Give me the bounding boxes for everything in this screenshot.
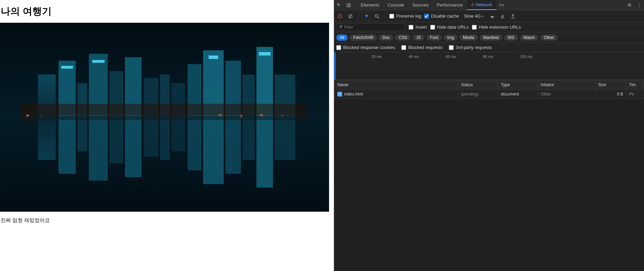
timeline-overview[interactable]: 20 ms40 ms60 ms80 ms100 ms xyxy=(334,52,644,80)
clear-icon[interactable] xyxy=(347,12,354,20)
pill-css[interactable]: CSS xyxy=(395,34,411,41)
blocked-requests-checkbox[interactable]: Blocked requests xyxy=(401,45,443,50)
svg-point-50 xyxy=(492,17,493,18)
request-name: index.html xyxy=(344,92,363,97)
svg-line-47 xyxy=(349,15,352,18)
svg-rect-29 xyxy=(77,115,87,151)
filter-input[interactable] xyxy=(344,25,405,30)
network-request-grid[interactable]: NameStatusTypeInitiatorSizeTim ≡index.ht… xyxy=(334,80,644,271)
svg-rect-33 xyxy=(144,115,158,157)
blocked-cookies-checkbox[interactable]: Blocked response cookies xyxy=(336,45,395,50)
svg-rect-28 xyxy=(59,115,76,174)
pill-all[interactable]: All xyxy=(336,34,348,41)
funnel-icon: ⧩ xyxy=(337,24,344,30)
svg-rect-41 xyxy=(275,115,295,160)
tab-console[interactable]: Console xyxy=(383,0,408,10)
preserve-log-checkbox[interactable]: Preserve log xyxy=(389,13,421,19)
settings-icon[interactable]: ⚙ xyxy=(625,2,634,8)
filter-field[interactable]: ⧩ xyxy=(336,23,405,31)
pill-ws[interactable]: WS xyxy=(504,34,518,41)
col-type[interactable]: Type xyxy=(498,80,538,90)
svg-rect-31 xyxy=(109,115,123,163)
timeline-tick: 20 ms xyxy=(371,54,382,59)
search-icon[interactable] xyxy=(373,12,381,20)
tab-performance[interactable]: Performance xyxy=(433,0,467,10)
pill-wasm[interactable]: Wasm xyxy=(520,34,539,41)
network-toolbar: ▼ Preserve log Disable cache Slow 4G xyxy=(334,10,644,22)
pill-manifest[interactable]: Manifest xyxy=(480,34,502,41)
pill-font[interactable]: Font xyxy=(426,34,442,41)
col-status[interactable]: Status xyxy=(458,80,498,90)
throttling-select[interactable]: Slow 4G xyxy=(462,13,486,19)
pill-media[interactable]: Media xyxy=(460,34,478,41)
filter-icon[interactable]: ▼ xyxy=(363,12,370,20)
hide-ext-urls-checkbox[interactable]: Hide extension URLs xyxy=(472,24,521,30)
svg-rect-43 xyxy=(347,3,349,7)
third-party-checkbox[interactable]: 3rd-party requests xyxy=(449,45,492,50)
pill-fetchxhr[interactable]: Fetch/XHR xyxy=(350,34,377,41)
preserve-log-label: Preserve log xyxy=(396,13,421,19)
request-status: (pending) xyxy=(458,90,498,99)
timeline-tick: 40 ms xyxy=(409,54,419,59)
svg-point-45 xyxy=(338,14,342,18)
invert-checkbox[interactable]: Invert xyxy=(409,24,427,30)
pill-other[interactable]: Other xyxy=(540,34,558,41)
request-size: 0 B xyxy=(595,90,626,99)
network-conditions-icon[interactable] xyxy=(488,12,496,20)
svg-rect-37 xyxy=(203,115,224,184)
third-party-label: 3rd-party requests xyxy=(456,45,492,50)
request-time: Pe xyxy=(626,90,644,99)
svg-rect-26 xyxy=(92,60,105,63)
timeline-tick: 80 ms xyxy=(483,54,493,59)
tab-network[interactable]: Network xyxy=(467,0,496,10)
tab-elements[interactable]: Elements xyxy=(357,0,383,10)
svg-rect-24 xyxy=(259,52,271,56)
page-caption: 진짜 엄청 재밌었어요 xyxy=(0,212,334,224)
resource-type-pills: AllFetch/XHRDocCSSJSFontImgMediaManifest… xyxy=(334,32,644,43)
svg-rect-42 xyxy=(0,116,329,120)
pill-img[interactable]: Img xyxy=(444,34,457,41)
svg-rect-30 xyxy=(89,115,108,181)
tab-sources[interactable]: Sources xyxy=(408,0,433,10)
svg-rect-27 xyxy=(38,115,56,160)
tabs-overflow[interactable]: >> xyxy=(496,0,507,10)
hero-image xyxy=(0,23,329,212)
disable-cache-checkbox[interactable]: Disable cache xyxy=(424,13,459,19)
kebab-menu-icon[interactable]: ⋮ xyxy=(634,2,644,8)
col-name[interactable]: Name xyxy=(335,80,458,90)
blocked-cookies-label: Blocked response cookies xyxy=(343,45,395,50)
timeline-cursor xyxy=(334,52,336,80)
disable-cache-label: Disable cache xyxy=(431,13,459,19)
inspect-icon[interactable] xyxy=(334,0,344,10)
hide-data-urls-label: Hide data URLs xyxy=(437,24,469,30)
separator xyxy=(355,2,355,8)
col-initiator[interactable]: Initiator xyxy=(538,80,595,90)
page-title: 나의 여행기 xyxy=(0,0,334,23)
export-icon[interactable] xyxy=(509,12,517,20)
webpage-content: 나의 여행기 xyxy=(0,0,334,271)
request-row[interactable]: ≡index.html(pending)documentOther0 BPe xyxy=(335,90,644,99)
svg-rect-23 xyxy=(209,56,218,59)
timeline-tick: 60 ms xyxy=(446,54,456,59)
request-type: document xyxy=(498,90,538,99)
svg-rect-25 xyxy=(61,66,73,69)
separator xyxy=(385,13,385,19)
svg-rect-38 xyxy=(225,115,241,174)
request-initiator: Other xyxy=(538,90,595,99)
separator xyxy=(358,13,359,19)
extra-filters: Blocked response cookies Blocked request… xyxy=(334,43,644,52)
timeline-tick: 100 ms xyxy=(520,54,532,59)
svg-rect-35 xyxy=(171,115,185,151)
pill-doc[interactable]: Doc xyxy=(379,34,393,41)
pill-js[interactable]: JS xyxy=(413,34,424,41)
svg-rect-40 xyxy=(256,115,273,188)
col-tim[interactable]: Tim xyxy=(626,80,644,90)
record-icon[interactable] xyxy=(336,12,344,20)
document-icon: ≡ xyxy=(337,92,342,97)
import-icon[interactable] xyxy=(499,12,506,20)
col-size[interactable]: Size xyxy=(595,80,626,90)
svg-rect-39 xyxy=(243,115,255,160)
network-filter-bar: ⧩ Invert Hide data URLs Hide extension U… xyxy=(334,22,644,32)
device-toggle-icon[interactable] xyxy=(344,0,353,10)
hide-data-urls-checkbox[interactable]: Hide data URLs xyxy=(430,24,469,30)
